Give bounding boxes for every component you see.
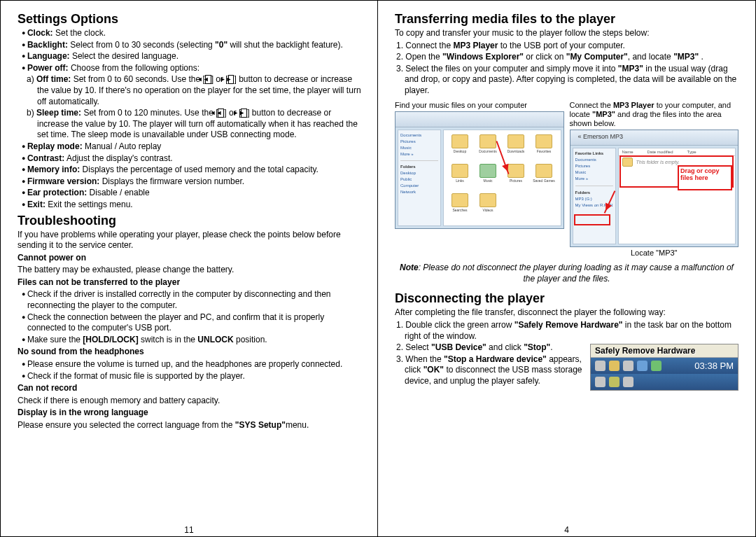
trouble-sound-b1: Please ensure the volume is turned up, a… bbox=[18, 359, 365, 370]
settings-memory: Memory info: Displays the percentage of … bbox=[18, 165, 365, 176]
settings-backlight: Backlight: Select from 0 to 30 seconds (… bbox=[18, 40, 365, 51]
settings-contrast: Contrast: Adjust the display's contrast. bbox=[18, 153, 365, 165]
fig-right-caption: Connect the MP3 Player to your computer,… bbox=[570, 101, 739, 129]
trouble-language-t: Please ensure you selected the correct l… bbox=[18, 420, 365, 431]
troubleshooting-intro: If you have problems while operating you… bbox=[18, 230, 365, 251]
tray-icon bbox=[609, 361, 620, 371]
settings-poweroff: Power off: Choose from the following opt… bbox=[18, 63, 365, 74]
trouble-transfer-b3: Make sure the [HOLD/LOCK] switch is in t… bbox=[18, 335, 365, 346]
explorer-window-left: DocumentsPicturesMusicMore » Folders Des… bbox=[395, 111, 564, 229]
trouble-power-t: The battery may be exhausted, please cha… bbox=[18, 265, 365, 276]
system-tray-figure: Safely Remove Hardware 03:38 PM bbox=[590, 344, 738, 391]
forward-icon: ►► bbox=[241, 109, 247, 118]
troubleshooting-heading: Troubleshooting bbox=[18, 214, 365, 228]
tray-icon bbox=[637, 361, 648, 371]
locate-caption: Locate "MP3" bbox=[570, 249, 739, 257]
tray-icon bbox=[623, 361, 634, 371]
trouble-language-h: Display is in the wrong language bbox=[18, 407, 365, 419]
trouble-record-h: Can not record bbox=[18, 383, 365, 394]
settings-firmware: Firmware version: Displays the firmware … bbox=[18, 176, 365, 188]
transfer-step3: 3. Select the files on your computer and… bbox=[395, 64, 738, 97]
settings-offtime: a) Off time: Set from 0 to 60 seconds. U… bbox=[18, 74, 365, 107]
tray-icon bbox=[609, 377, 620, 387]
transfer-note: Note: Please do not disconnect the playe… bbox=[395, 263, 738, 284]
settings-heading: Settings Options bbox=[18, 12, 365, 27]
fig-left-caption: Find your music files on your computer bbox=[395, 101, 564, 110]
trouble-record-t: Check if there is enough memory and batt… bbox=[18, 396, 365, 407]
tray-icon bbox=[623, 377, 634, 387]
disconnect-intro: After completing the file transfer, disc… bbox=[395, 307, 738, 319]
drag-label-box: Drag or copy files here bbox=[678, 165, 732, 190]
disconnect-heading: Disconnecting the player bbox=[395, 291, 738, 306]
tray-clock: 03:38 PM bbox=[694, 361, 734, 371]
explorer-window-right: « Emerson MP3 Favorite Links Documents P… bbox=[570, 130, 739, 247]
tray-icon bbox=[595, 361, 606, 371]
settings-clock: Clock: Set the clock. bbox=[18, 28, 365, 39]
mp3-highlight-box bbox=[574, 214, 610, 225]
transfer-intro: To copy and transfer your music to the p… bbox=[395, 28, 738, 39]
settings-ear: Ear protection: Disable / enable bbox=[18, 188, 365, 199]
trouble-sound-b2: Check if the format of music file is sup… bbox=[18, 371, 365, 382]
trouble-transfer-b2: Check the connection between the player … bbox=[18, 312, 365, 334]
trouble-power-h: Cannot power on bbox=[18, 253, 365, 264]
page-number-left: 11 bbox=[18, 525, 360, 535]
transfer-step1: 1. Connect the MP3 Player to the USB por… bbox=[395, 41, 738, 52]
transfer-step2: 2. Open the "Windows Explorer" or click … bbox=[395, 52, 738, 63]
tray-icon bbox=[595, 377, 606, 387]
tray-icon bbox=[651, 361, 662, 371]
trouble-transfer-b1: Check if the driver is installed correct… bbox=[18, 289, 365, 311]
tray-tooltip: Safely Remove Hardware bbox=[591, 344, 738, 358]
settings-exit: Exit: Exit the settings menu. bbox=[18, 200, 365, 211]
trouble-sound-h: No sound from the headphones bbox=[18, 347, 365, 358]
rewind-icon: ◄◄ bbox=[205, 75, 211, 84]
settings-language: Language: Select the desired language. bbox=[18, 51, 365, 62]
settings-sleeptime: b) Sleep time: Set from 0 to 120 minutes… bbox=[18, 108, 365, 141]
page-number-right: 4 bbox=[395, 525, 738, 535]
transfer-heading: Transferring media files to the player bbox=[395, 12, 738, 27]
disconnect-step1: 1. Double click the green arrow "Safely … bbox=[395, 320, 738, 342]
rewind-icon: ◄◄ bbox=[218, 109, 224, 118]
trouble-transfer-h: Files can not be transferred to the play… bbox=[18, 277, 365, 288]
settings-replay: Replay mode: Manual / Auto replay bbox=[18, 141, 365, 153]
